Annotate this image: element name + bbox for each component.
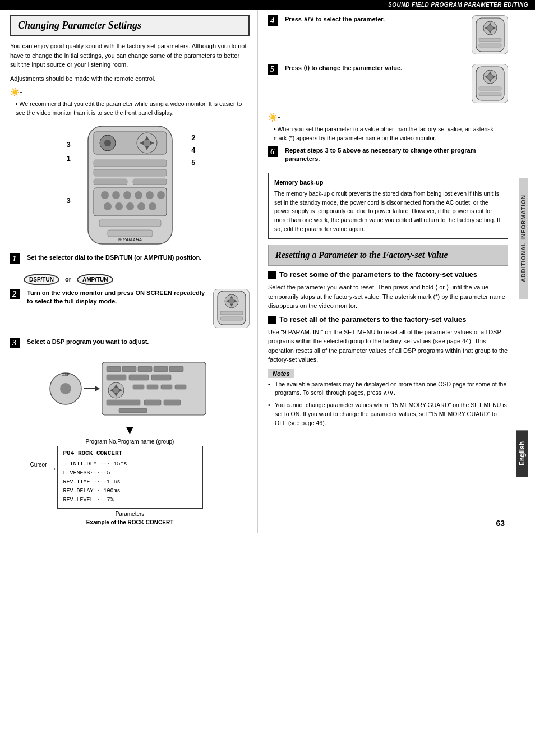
svg-point-39 xyxy=(60,383,71,394)
step-5-text: Press ⟨/⟩ to change the parameter value. xyxy=(285,64,466,72)
subsection-2-heading: To reset all of the parameters to the fa… xyxy=(268,315,508,325)
svg-point-18 xyxy=(135,191,142,199)
svg-rect-51 xyxy=(151,375,171,380)
svg-point-81 xyxy=(487,74,493,80)
svg-rect-63 xyxy=(144,400,161,405)
svg-rect-60 xyxy=(161,385,172,389)
page-number: 63 xyxy=(496,519,505,528)
small-remote-svg-5 xyxy=(473,66,507,102)
tip-symbol-right: ☀️- xyxy=(268,113,508,122)
label-3-bottom: 3 xyxy=(67,196,71,205)
small-remote-svg-2 xyxy=(215,290,248,326)
note-item-2: You cannot change parameter values when … xyxy=(268,401,508,427)
tip-note: • When you set the parameter to a value … xyxy=(274,125,508,143)
program-name-label: Program name (group) xyxy=(117,439,174,445)
display-wrapper: Cursor → P04 ROCK CONCERT → INIT.DLY ···… xyxy=(57,446,203,509)
left-column: Changing Parameter Settings You can enjo… xyxy=(0,10,258,533)
notes-section: Notes The available parameters may be di… xyxy=(268,369,508,428)
svg-rect-26 xyxy=(99,220,161,227)
subsection-1-heading: To reset some of the parameters to the f… xyxy=(268,270,508,280)
svg-point-17 xyxy=(123,191,131,199)
svg-rect-44 xyxy=(107,366,121,372)
step-6-text: Repeat steps 3 to 5 above as necessary t… xyxy=(285,146,508,164)
label-1: 1 xyxy=(67,154,71,163)
program-no-label: Program No. xyxy=(86,439,118,445)
svg-point-19 xyxy=(146,191,154,199)
dial-row: DSP/TUN or AMP/TUN xyxy=(24,274,250,285)
svg-text:® YAMAHA: ® YAMAHA xyxy=(118,237,142,242)
svg-rect-49 xyxy=(107,375,126,380)
svg-rect-64 xyxy=(164,400,181,405)
svg-point-23 xyxy=(126,202,134,210)
note-item-1: The available parameters may be displaye… xyxy=(268,380,508,398)
subsection-2-text: Use "9 PARAM. INI" on the SET MENU to re… xyxy=(268,328,508,365)
svg-text:DSP: DSP xyxy=(61,372,70,376)
header-title: SOUND FIELD PROGRAM PARAMETER EDITING xyxy=(388,2,528,8)
step-4-num: 4 xyxy=(268,15,278,26)
svg-rect-50 xyxy=(129,375,149,380)
label-5: 5 xyxy=(191,158,195,167)
adjustments-note: Adjustments should be made with the remo… xyxy=(10,74,250,84)
svg-rect-45 xyxy=(122,366,136,372)
param-line-3: REV.TIME ····1.6s xyxy=(63,478,197,487)
cursor-arrow: → xyxy=(50,465,57,473)
step-3-text: Select a DSP program you want to adjust. xyxy=(27,338,250,346)
svg-marker-42 xyxy=(95,386,100,391)
subsection-2-heading-text: To reset all of the parameters to the fa… xyxy=(279,315,467,325)
svg-rect-48 xyxy=(169,366,183,372)
svg-point-57 xyxy=(113,388,119,393)
dsp-diagram-area: DSP xyxy=(10,358,250,420)
memory-backup-text: The memory back-up circuit prevents the … xyxy=(274,190,502,234)
svg-rect-62 xyxy=(107,400,140,405)
svg-point-21 xyxy=(104,202,112,210)
svg-rect-83 xyxy=(479,93,501,96)
svg-rect-82 xyxy=(479,87,501,90)
step-2-content: 2 Turn on the video monitor and press ON… xyxy=(10,289,250,328)
svg-point-20 xyxy=(157,191,165,199)
step-1-num: 1 xyxy=(10,253,20,264)
section-title-box: Changing Parameter Settings xyxy=(10,15,250,36)
program-labels-row: Program No. Program name (group) xyxy=(75,439,186,445)
memory-backup-box: Memory back-up The memory back-up circui… xyxy=(268,173,508,238)
step-5-box: 5 Press ⟨/⟩ to change the parameter valu… xyxy=(268,64,508,108)
svg-point-35 xyxy=(229,298,234,304)
svg-point-16 xyxy=(112,191,120,199)
page-header: SOUND FIELD PROGRAM PARAMETER EDITING xyxy=(0,0,535,10)
intro-text: You can enjoy good quality sound with th… xyxy=(10,42,250,70)
step-5-remote-diagram xyxy=(472,64,508,103)
step-2-remote-diagram xyxy=(213,289,250,328)
cursor-label: Cursor xyxy=(30,462,47,468)
step-1-box: 1 Set the selector dial to the DSP/TUN (… xyxy=(10,253,250,269)
svg-rect-46 xyxy=(138,366,152,372)
step-1-text: Set the selector dial to the DSP/TUN (or… xyxy=(27,253,250,262)
svg-rect-65 xyxy=(119,408,147,413)
black-square-2 xyxy=(268,316,276,324)
step-6-box: 6 Repeat steps 3 to 5 above as necessary… xyxy=(268,146,508,169)
param-line-1: → INIT.DLY ····15ms xyxy=(63,460,197,469)
label-4: 4 xyxy=(191,146,195,154)
side-label-additional: ADDITIONAL INFORMATION xyxy=(519,178,528,299)
svg-rect-47 xyxy=(154,366,168,372)
param-line-2: LIVENESS·····5 xyxy=(63,469,197,478)
svg-rect-10 xyxy=(94,160,167,167)
step-5-content: 5 Press ⟨/⟩ to change the parameter valu… xyxy=(268,64,508,103)
step-4-content: 4 Press ∧/∨ to select the parameter. xyxy=(268,15,508,54)
svg-point-22 xyxy=(115,202,123,210)
amp-tun-dial: AMP/TUN xyxy=(77,274,114,285)
small-remote-svg-4 xyxy=(473,17,507,53)
side-label-english: English xyxy=(516,430,528,477)
arrow-down: ▼ xyxy=(10,424,250,436)
or-text: or xyxy=(65,276,71,283)
step-4-remote-diagram xyxy=(472,15,508,54)
dsp-tun-dial: DSP/TUN xyxy=(24,274,59,285)
svg-point-72 xyxy=(487,25,493,31)
tip-symbol-left: ☀️- xyxy=(10,87,250,96)
program-display-area: Program No. Program name (group) Cursor … xyxy=(10,439,250,525)
label-2: 2 xyxy=(191,133,195,142)
bullet-note: • We recommend that you edit the paramet… xyxy=(16,100,250,118)
resetting-title: Resetting a Parameter to the Factory-set… xyxy=(275,250,501,261)
label-3-top: 3 xyxy=(67,140,71,149)
dsp-selection-svg: DSP xyxy=(46,358,214,420)
resetting-section-title-box: Resetting a Parameter to the Factory-set… xyxy=(268,245,508,266)
svg-rect-36 xyxy=(220,311,243,315)
